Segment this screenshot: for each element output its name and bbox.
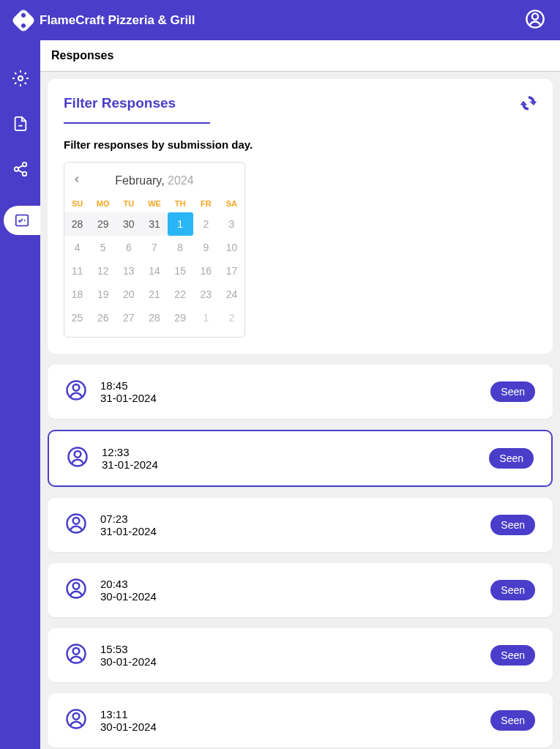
document-icon (12, 116, 29, 132)
response-card[interactable]: 15:5330-01-2024Seen (48, 628, 553, 682)
calendar: February, 2024 SUMOTUWETHFRSA28293031123… (64, 162, 245, 338)
calendar-day[interactable]: 27 (116, 306, 141, 329)
svg-point-18 (73, 583, 80, 589)
calendar-day[interactable]: 14 (141, 259, 167, 283)
sidebar-item-share[interactable] (12, 160, 29, 178)
refresh-button[interactable] (520, 95, 537, 114)
filter-card: Filter Responses Filter responses by sub… (48, 79, 553, 354)
calendar-day[interactable]: 1 (168, 212, 193, 236)
calendar-day[interactable]: 28 (64, 212, 90, 236)
response-left: 20:4330-01-2024 (65, 578, 157, 603)
sidebar-item-responses[interactable] (4, 206, 40, 235)
seen-badge[interactable]: Seen (490, 580, 535, 600)
calendar-day[interactable]: 20 (116, 283, 141, 306)
calendar-day[interactable]: 4 (64, 236, 90, 259)
seen-badge[interactable]: Seen (490, 645, 535, 666)
person-icon (65, 643, 87, 668)
response-time: 07:23 (100, 513, 157, 525)
svg-point-20 (73, 648, 80, 655)
calendar-day[interactable]: 22 (168, 283, 193, 306)
response-left: 13:1130-01-2024 (65, 708, 157, 733)
calendar-day[interactable]: 23 (193, 283, 219, 306)
seen-badge[interactable]: Seen (490, 515, 535, 535)
svg-point-6 (22, 172, 26, 176)
account-icon[interactable] (525, 9, 545, 32)
calendar-month: February, (115, 174, 164, 187)
calendar-day[interactable]: 2 (193, 212, 219, 236)
svg-point-12 (73, 384, 80, 391)
calendar-day[interactable]: 29 (90, 212, 116, 236)
checklist-icon (14, 212, 30, 228)
filter-title: Filter Responses (64, 95, 210, 124)
response-card[interactable]: 12:3331-01-2024Seen (48, 430, 553, 487)
calendar-day[interactable]: 5 (90, 236, 116, 259)
calendar-day[interactable]: 3 (219, 212, 244, 236)
calendar-day[interactable]: 17 (219, 259, 244, 283)
calendar-day[interactable]: 12 (90, 259, 116, 283)
seen-badge[interactable]: Seen (490, 381, 535, 402)
calendar-day[interactable]: 19 (90, 283, 116, 306)
calendar-day[interactable]: 29 (168, 306, 193, 329)
sidebar (0, 40, 40, 749)
svg-point-1 (532, 13, 538, 19)
app-title: FlameCraft Pizzeria & Grill (40, 13, 195, 28)
person-icon (67, 446, 89, 471)
calendar-day[interactable]: 24 (219, 283, 244, 306)
calendar-day[interactable]: 10 (219, 236, 244, 259)
calendar-day[interactable]: 28 (141, 306, 167, 329)
chevron-left-icon (72, 174, 82, 185)
response-date: 31-01-2024 (100, 392, 157, 404)
app-logo-icon (11, 8, 36, 33)
person-icon (65, 513, 87, 537)
calendar-day[interactable]: 25 (64, 306, 90, 329)
calendar-month-label[interactable]: February, 2024 (115, 174, 193, 187)
calendar-day[interactable]: 1 (193, 306, 219, 329)
calendar-day[interactable]: 9 (193, 236, 219, 259)
response-info: 12:3331-01-2024 (102, 446, 158, 471)
calendar-day[interactable]: 11 (64, 259, 90, 283)
calendar-dow: SU (64, 195, 90, 212)
response-card[interactable]: 07:2331-01-2024Seen (48, 498, 553, 552)
response-info: 18:4531-01-2024 (100, 379, 157, 404)
seen-badge[interactable]: Seen (490, 710, 535, 731)
svg-point-5 (14, 167, 18, 171)
calendar-dow: FR (193, 195, 219, 212)
response-info: 20:4330-01-2024 (100, 578, 157, 603)
calendar-day[interactable]: 6 (116, 236, 141, 259)
response-card[interactable]: 20:4330-01-2024Seen (48, 563, 553, 617)
calendar-grid: SUMOTUWETHFRSA28293031123456789101112131… (64, 195, 244, 329)
svg-line-8 (18, 170, 22, 173)
calendar-day[interactable]: 30 (116, 212, 141, 236)
response-card[interactable]: 13:1130-01-2024Seen (48, 693, 553, 748)
response-left: 18:4531-01-2024 (65, 379, 157, 404)
person-icon (65, 379, 87, 404)
calendar-day[interactable]: 21 (141, 283, 167, 306)
svg-point-16 (73, 518, 80, 524)
sidebar-item-settings[interactable] (12, 70, 29, 87)
calendar-day[interactable]: 31 (141, 212, 167, 236)
response-info: 15:5330-01-2024 (100, 643, 157, 668)
response-date: 31-01-2024 (102, 458, 158, 471)
calendar-dow: MO (90, 195, 116, 212)
calendar-day[interactable]: 18 (64, 283, 90, 306)
calendar-day[interactable]: 7 (141, 236, 167, 259)
content-area: Filter Responses Filter responses by sub… (40, 72, 560, 749)
calendar-dow: TH (168, 195, 193, 212)
response-time: 15:53 (100, 643, 157, 655)
calendar-day[interactable]: 2 (219, 306, 244, 329)
seen-badge[interactable]: Seen (489, 448, 534, 469)
response-card[interactable]: 18:4531-01-2024Seen (48, 365, 553, 419)
calendar-day[interactable]: 8 (168, 236, 193, 259)
calendar-day[interactable]: 15 (168, 259, 193, 283)
response-left: 15:5330-01-2024 (65, 643, 157, 668)
calendar-day[interactable]: 13 (116, 259, 141, 283)
response-info: 13:1130-01-2024 (100, 708, 157, 733)
calendar-day[interactable]: 16 (193, 259, 219, 283)
calendar-day[interactable]: 26 (90, 306, 116, 329)
calendar-header: February, 2024 (64, 170, 244, 195)
response-left: 07:2331-01-2024 (65, 513, 157, 537)
filter-subtitle: Filter responses by submission day. (64, 138, 537, 151)
sidebar-item-document[interactable] (12, 115, 29, 133)
app-header: FlameCraft Pizzeria & Grill (0, 0, 560, 40)
calendar-prev-button[interactable] (72, 174, 82, 187)
